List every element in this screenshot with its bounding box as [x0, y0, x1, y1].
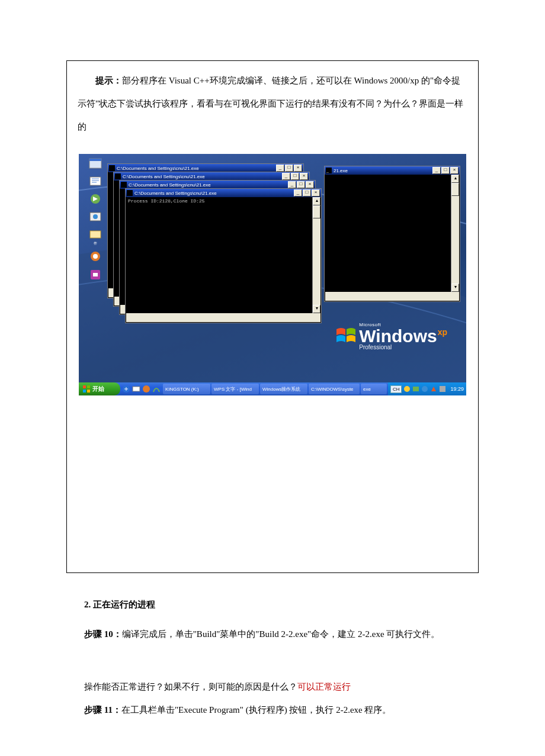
step10-para: 步骤 10：编译完成后，单击"Build"菜单中的"Build 2-2.exe"…	[66, 623, 479, 646]
console-titlebar[interactable]: _ 21.exe _ □ ×	[325, 166, 460, 175]
desktop-icons-column: 件	[82, 156, 108, 286]
start-button[interactable]: 开始	[79, 382, 120, 395]
step10-text: 编译完成后，单击"Build"菜单中的"Build 2-2.exe"命令，建立 …	[122, 629, 440, 639]
status-strip	[126, 313, 320, 322]
console-titlebar[interactable]: C:\Documents and Settings\cnu\21.exe _□×	[108, 164, 303, 172]
desktop-icon[interactable]: 件	[85, 229, 105, 246]
maximize-button[interactable]: □	[291, 173, 299, 180]
console-title: 21.exe	[332, 168, 432, 173]
cmd-icon	[127, 190, 133, 196]
svg-rect-1	[89, 159, 101, 161]
hint-box: 提示：部分程序在 Visual C++环境完成编译、链接之后，还可以在 Wind…	[66, 60, 479, 573]
shortcut-icon	[88, 157, 102, 170]
minimize-button[interactable]: _	[276, 165, 284, 172]
scrollbar[interactable]: ▴ ▾	[451, 175, 459, 292]
desktop-icon[interactable]	[85, 193, 105, 206]
maximize-button[interactable]: □	[441, 167, 450, 174]
maximize-button[interactable]: □	[297, 181, 305, 188]
minimize-button[interactable]: _	[294, 189, 302, 197]
console-title: C:\Documents and Settings\cnu\21.exe	[115, 166, 276, 171]
windows-xp-screenshot: 件 _ 21.exe _ □	[79, 154, 466, 395]
scroll-down-icon[interactable]: ▾	[313, 305, 320, 313]
tray-icon[interactable]	[421, 385, 428, 393]
svg-point-25	[422, 386, 428, 392]
taskbar[interactable]: 开始 KINGSTON (K:) WPS 文字 - [Wind Windows操…	[79, 382, 466, 395]
desktop-icon[interactable]	[85, 250, 105, 263]
svg-rect-6	[90, 231, 101, 238]
console-title: C:\Documents and Settings\cnu\21.exe	[121, 174, 282, 179]
minimize-button[interactable]: _	[288, 181, 296, 188]
hint-text: 部分程序在 Visual C++环境完成编译、链接之后，还可以在 Windows…	[78, 76, 463, 131]
shortcut-icon	[88, 193, 102, 206]
cmd-icon	[121, 182, 127, 188]
console-title: C:\Documents and Settings\cnu\21.exe	[133, 191, 294, 196]
logo-windows: Windows	[359, 326, 437, 346]
taskbar-item[interactable]: C:\WINDOWS\syste	[309, 384, 360, 394]
shortcut-icon	[88, 250, 102, 263]
scroll-up-icon[interactable]: ▴	[451, 175, 459, 183]
svg-rect-21	[133, 387, 140, 391]
console-window-right[interactable]: _ 21.exe _ □ × ▴ ▾	[324, 166, 460, 302]
ql-icon[interactable]	[132, 385, 140, 393]
maximize-button[interactable]: □	[285, 165, 293, 172]
desktop-icon[interactable]	[85, 211, 105, 224]
console-titlebar[interactable]: C:\Documents and Settings\cnu\21.exe _□×	[120, 181, 315, 189]
quick-launch[interactable]	[120, 382, 162, 395]
step10-label: 步骤 10：	[84, 629, 122, 639]
svg-rect-17	[87, 385, 90, 388]
taskbar-item[interactable]: exe	[361, 384, 387, 394]
logo-xp: xp	[438, 327, 447, 337]
section-heading: 2. 正在运行的进程	[66, 593, 479, 616]
taskbar-item[interactable]: KINGSTON (K:)	[163, 384, 210, 394]
status-strip	[325, 292, 459, 301]
question-para: 操作能否正常进行？如果不行，则可能的原因是什么？可以正常运行	[66, 675, 479, 699]
language-indicator[interactable]: CH	[390, 385, 402, 393]
svg-rect-24	[413, 387, 419, 391]
console-window-4-front[interactable]: C:\Documents and Settings\cnu\21.exe _□×…	[125, 188, 322, 323]
logo-professional: Professional	[359, 344, 447, 350]
tray-icon[interactable]	[403, 385, 411, 393]
shortcut-icon	[88, 229, 102, 242]
tray-icon[interactable]	[430, 385, 437, 393]
ql-icon[interactable]	[152, 385, 161, 393]
taskbar-item[interactable]: WPS 文字 - [Wind	[211, 384, 259, 394]
close-button[interactable]: ×	[294, 165, 302, 172]
console-titlebar[interactable]: C:\Documents and Settings\cnu\21.exe _□×	[114, 172, 309, 181]
ql-icon[interactable]	[142, 385, 150, 393]
section-heading-line: 2. 正在运行的进程	[66, 593, 479, 616]
page: 提示：部分程序在 Visual C++环境完成编译、链接之后，还可以在 Wind…	[0, 0, 545, 756]
svg-rect-12	[109, 165, 115, 171]
taskbar-item[interactable]: Windows操作系统	[260, 384, 307, 394]
scroll-down-icon[interactable]: ▾	[451, 284, 459, 292]
tray-icon[interactable]	[412, 385, 419, 393]
scrollbar[interactable]: ▴ ▾	[312, 197, 320, 313]
console-titlebar[interactable]: C:\Documents and Settings\cnu\21.exe _□×	[126, 189, 321, 197]
desktop-icon[interactable]	[85, 268, 105, 281]
question-text: 操作能否正常进行？如果不行，则可能的原因是什么？	[84, 682, 297, 691]
svg-rect-19	[87, 390, 90, 393]
close-button[interactable]: ×	[450, 167, 459, 174]
scroll-thumb[interactable]	[451, 183, 459, 196]
shortcut-icon	[88, 268, 102, 281]
cmd-icon: _	[326, 168, 332, 173]
minimize-button[interactable]: _	[282, 173, 290, 180]
desktop-icon[interactable]	[85, 175, 105, 188]
minimize-button[interactable]: _	[432, 167, 441, 174]
close-button[interactable]: ×	[300, 173, 308, 180]
maximize-button[interactable]: □	[303, 189, 311, 197]
desktop-icon[interactable]	[85, 157, 105, 170]
windows-flag-icon	[82, 385, 91, 393]
system-tray[interactable]: CH 19:29	[388, 382, 466, 395]
tray-icon[interactable]	[439, 385, 446, 393]
console-body: Process ID:2128,Clone ID:25	[126, 197, 320, 322]
scroll-up-icon[interactable]: ▴	[313, 197, 320, 205]
start-label: 开始	[92, 385, 104, 393]
scroll-thumb[interactable]	[313, 205, 320, 218]
console-title: C:\Documents and Settings\cnu\21.exe	[127, 182, 288, 188]
hint-paragraph: 提示：部分程序在 Visual C++环境完成编译、链接之后，还可以在 Wind…	[67, 61, 478, 139]
svg-rect-14	[121, 182, 127, 188]
svg-rect-26	[440, 386, 445, 392]
close-button[interactable]: ×	[306, 181, 314, 188]
ql-icon[interactable]	[122, 385, 130, 393]
close-button[interactable]: ×	[312, 189, 320, 197]
